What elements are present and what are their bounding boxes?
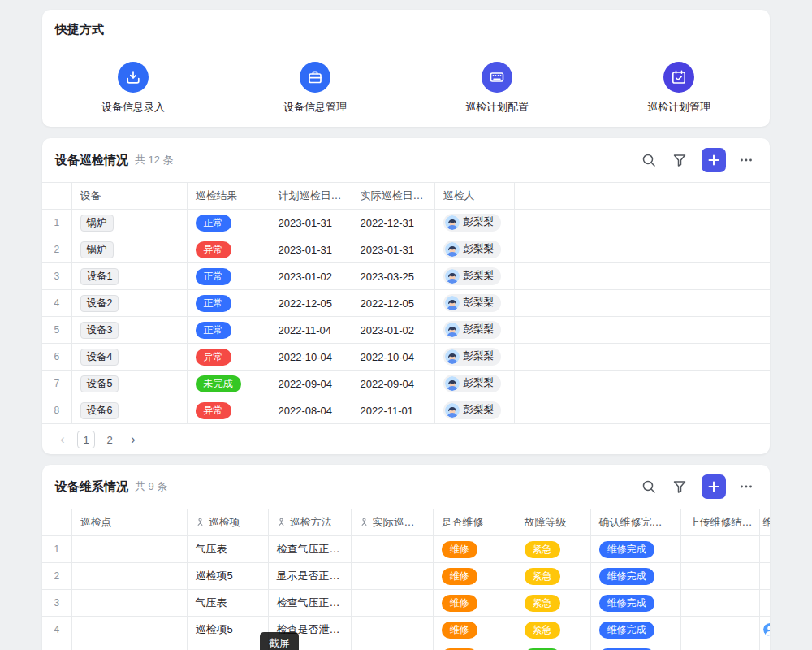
column-header-truncated[interactable]: 维… — [759, 509, 770, 536]
planned-date-cell[interactable]: 2022-08-04 — [270, 397, 352, 424]
result-cell[interactable]: 异常 — [187, 236, 270, 263]
item-cell[interactable]: 气压表 — [187, 590, 268, 617]
shortcut-device-entry[interactable]: 设备信息录入 — [42, 62, 224, 115]
column-header-planned-date[interactable]: 计划巡检日… — [270, 183, 352, 210]
repair-cell[interactable]: 维修 — [433, 617, 516, 644]
page-1-button[interactable]: 1 — [77, 431, 95, 448]
upload-cell[interactable] — [680, 617, 759, 644]
upload-cell[interactable] — [680, 644, 759, 650]
device-cell[interactable]: 锅炉 — [71, 236, 187, 263]
device-cell[interactable]: 锅炉 — [71, 210, 187, 236]
row-number-cell[interactable]: 2 — [42, 236, 71, 263]
item-cell[interactable]: 巡检项5 — [187, 563, 268, 590]
level-cell[interactable]: 紧急 — [516, 563, 590, 590]
result-cell[interactable]: 正常 — [187, 263, 270, 290]
device-cell[interactable]: 设备3 — [71, 317, 187, 344]
inspector-cell[interactable]: 彭梨梨 — [434, 397, 514, 424]
confirm-cell[interactable]: 维修完成 — [590, 590, 680, 617]
planned-date-cell[interactable]: 2022-12-05 — [270, 290, 352, 317]
row-number-cell[interactable]: 4 — [42, 617, 71, 644]
actual-cell[interactable] — [351, 644, 433, 650]
confirm-cell[interactable]: 维修完成 — [590, 617, 680, 644]
planned-date-cell[interactable]: 2023-01-31 — [270, 210, 352, 236]
row-number-cell[interactable]: 6 — [42, 344, 71, 370]
tail-cell[interactable] — [759, 617, 770, 644]
inspector-cell[interactable]: 彭梨梨 — [434, 263, 514, 290]
item-cell[interactable]: 巡检项5 — [187, 644, 268, 650]
inspector-cell[interactable]: 彭梨梨 — [434, 317, 514, 344]
filter-button[interactable] — [669, 476, 690, 497]
actual-date-cell[interactable]: 2022-11-01 — [352, 397, 434, 424]
row-number-cell[interactable]: 2 — [42, 563, 71, 590]
column-header-confirm[interactable]: 确认维修完… — [590, 509, 680, 536]
row-number-cell[interactable]: 5 — [42, 317, 71, 344]
repair-cell[interactable]: 维修 — [433, 563, 516, 590]
actual-cell[interactable] — [351, 617, 433, 644]
point-cell[interactable] — [71, 563, 187, 590]
shortcut-plan-config[interactable]: 巡检计划配置 — [406, 62, 588, 115]
repair-cell[interactable]: 维修 — [433, 536, 516, 563]
prev-page-button[interactable]: ‹ — [54, 431, 71, 448]
planned-date-cell[interactable]: 2023-01-02 — [270, 263, 352, 290]
level-cell[interactable]: 紧急 — [516, 617, 590, 644]
method-cell[interactable]: 检查气压正… — [268, 536, 351, 563]
add-record-button[interactable] — [702, 148, 726, 172]
actual-date-cell[interactable]: 2022-09-04 — [352, 370, 434, 397]
inspector-cell[interactable]: 彭梨梨 — [434, 370, 514, 397]
actual-cell[interactable] — [351, 590, 433, 617]
column-header-result[interactable]: 巡检结果 — [187, 183, 270, 210]
column-header-repair[interactable]: 是否维修 — [433, 509, 516, 536]
method-cell[interactable]: 检查气压正… — [268, 590, 351, 617]
level-cell[interactable]: 一般 — [516, 644, 590, 650]
result-cell[interactable]: 正常 — [187, 317, 270, 344]
actual-date-cell[interactable]: 2023-03-25 — [352, 263, 434, 290]
column-header-upload[interactable]: 上传维修结… — [680, 509, 759, 536]
item-cell[interactable]: 气压表 — [187, 536, 268, 563]
column-header-method[interactable]: 巡检方法 — [268, 509, 351, 536]
device-cell[interactable]: 设备4 — [71, 344, 187, 370]
actual-cell[interactable] — [351, 536, 433, 563]
inspector-cell[interactable]: 彭梨梨 — [434, 344, 514, 370]
next-page-button[interactable]: › — [124, 431, 142, 448]
point-cell[interactable] — [71, 644, 187, 650]
planned-date-cell[interactable]: 2022-10-04 — [270, 344, 352, 370]
tail-cell[interactable] — [759, 563, 770, 590]
inspector-cell[interactable]: 彭梨梨 — [434, 290, 514, 317]
actual-date-cell[interactable]: 2022-12-31 — [352, 210, 434, 236]
tail-cell[interactable] — [759, 644, 770, 650]
level-cell[interactable]: 紧急 — [516, 536, 590, 563]
actual-date-cell[interactable]: 2023-01-02 — [352, 317, 434, 344]
planned-date-cell[interactable]: 2022-09-04 — [270, 370, 352, 397]
column-header-point[interactable]: 巡检点 — [71, 509, 187, 536]
device-cell[interactable]: 设备5 — [71, 370, 187, 397]
column-header-item[interactable]: 巡检项 — [187, 509, 268, 536]
method-cell[interactable]: 显示是否正… — [268, 563, 351, 590]
row-number-cell[interactable]: 5 — [42, 644, 71, 650]
upload-cell[interactable] — [680, 563, 759, 590]
point-cell[interactable] — [71, 590, 187, 617]
row-number-cell[interactable]: 4 — [42, 290, 71, 317]
actual-cell[interactable] — [351, 563, 433, 590]
tail-cell[interactable] — [759, 536, 770, 563]
planned-date-cell[interactable]: 2023-01-31 — [270, 236, 352, 263]
result-cell[interactable]: 未完成 — [187, 370, 270, 397]
planned-date-cell[interactable]: 2022-11-04 — [270, 317, 352, 344]
row-number-cell[interactable]: 1 — [42, 210, 71, 236]
row-number-cell[interactable]: 3 — [42, 590, 71, 617]
inspector-cell[interactable]: 彭梨梨 — [434, 210, 514, 236]
repair-cell[interactable]: 维修 — [433, 644, 516, 650]
actual-date-cell[interactable]: 2023-01-31 — [352, 236, 434, 263]
confirm-cell[interactable]: 维修完成 — [590, 536, 680, 563]
actual-date-cell[interactable]: 2022-10-04 — [352, 344, 434, 370]
device-cell[interactable]: 设备2 — [71, 290, 187, 317]
point-cell[interactable] — [71, 536, 187, 563]
repair-cell[interactable]: 维修 — [433, 590, 516, 617]
inspector-cell[interactable]: 彭梨梨 — [434, 236, 514, 263]
add-record-button[interactable] — [702, 474, 726, 499]
row-number-cell[interactable]: 3 — [42, 263, 71, 290]
page-2-button[interactable]: 2 — [101, 431, 119, 448]
row-number-cell[interactable]: 8 — [42, 397, 71, 424]
shortcut-plan-management[interactable]: 巡检计划管理 — [588, 62, 770, 115]
result-cell[interactable]: 正常 — [187, 210, 270, 236]
column-header-actual-date[interactable]: 实际巡检日… — [352, 183, 434, 210]
